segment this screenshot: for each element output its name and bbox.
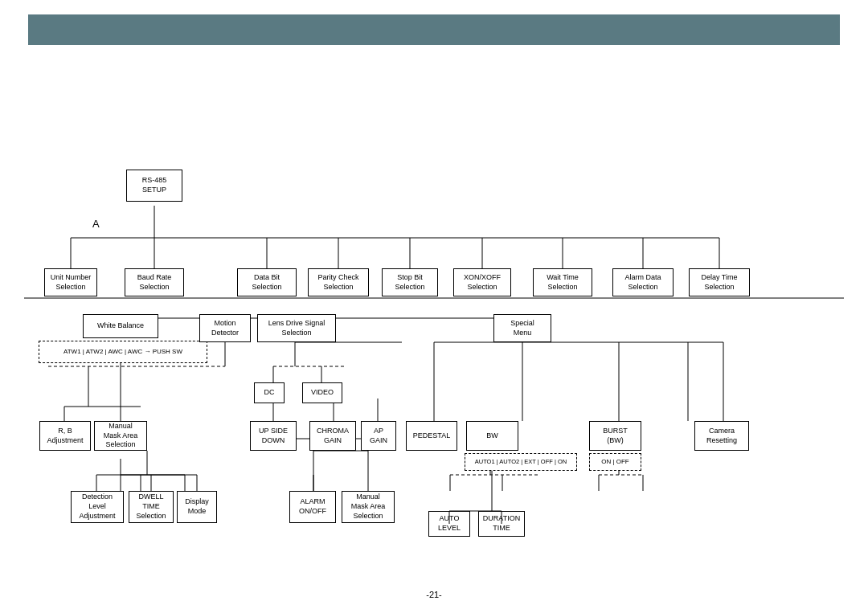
xon-xoff-box: XON/XOFF Selection: [453, 268, 511, 296]
rb-adjustment-box: R, B Adjustment: [39, 421, 91, 451]
parity-check-box: Parity Check Selection: [308, 268, 369, 296]
bw-box: BW: [466, 421, 518, 451]
diagram-area: RS-485 SETUP A Unit Number Selection Bau…: [0, 45, 868, 585]
detection-level-box: Detection Level Adjustment: [71, 491, 124, 523]
stop-bit-box: Stop Bit Selection: [382, 268, 438, 296]
camera-resetting-box: Camera Resetting: [694, 421, 749, 451]
header-bar: [28, 14, 840, 45]
pedestal-box: PEDESTAL: [406, 421, 457, 451]
special-menu-box: Special Menu: [493, 314, 551, 342]
burst-bw-box: BURST (BW): [589, 421, 641, 451]
alarm-data-box: Alarm Data Selection: [612, 268, 674, 296]
ap-gain-box: AP GAIN: [361, 421, 396, 451]
unit-number-box: Unit Number Selection: [44, 268, 97, 296]
display-mode-box: Display Mode: [177, 491, 217, 523]
manual-mask2-box: Manual Mask Area Selection: [342, 491, 395, 523]
white-balance-box: White Balance: [83, 314, 158, 338]
chroma-gain-box: CHROMA GAIN: [309, 421, 356, 451]
manual-mask1-box: Manual Mask Area Selection: [94, 421, 147, 451]
up-side-down-box: UP SIDE DOWN: [250, 421, 297, 451]
baud-rate-box: Baud Rate Selection: [125, 268, 184, 296]
motion-detector-box: Motion Detector: [199, 314, 251, 342]
delay-time-box: Delay Time Selection: [689, 268, 750, 296]
rs485-box: RS-485 SETUP: [126, 170, 182, 202]
label-a: A: [92, 218, 100, 230]
on-off-burst-box: ON | OFF: [589, 453, 641, 471]
dwell-time-box: DWELL TIME Selection: [129, 491, 174, 523]
auto-level-box: AUTO LEVEL: [428, 511, 470, 537]
video-box: VIDEO: [302, 382, 342, 403]
alarm-on-off-box: ALARM ON/OFF: [289, 491, 336, 523]
lens-drive-box: Lens Drive Signal Selection: [257, 314, 336, 342]
dc-box: DC: [254, 382, 285, 403]
atw-dashed-box: ATW1 | ATW2 | AWC | AWC → PUSH SW: [39, 341, 207, 363]
page-number: -21-: [426, 590, 442, 599]
duration-time-box: DURATION TIME: [478, 511, 525, 537]
wait-time-box: Wait Time Selection: [533, 268, 592, 296]
data-bit-box: Data Bit Selection: [237, 268, 297, 296]
auto1-dashed-box: AUTO1 | AUTO2 | EXT | OFF | ON: [465, 453, 577, 471]
